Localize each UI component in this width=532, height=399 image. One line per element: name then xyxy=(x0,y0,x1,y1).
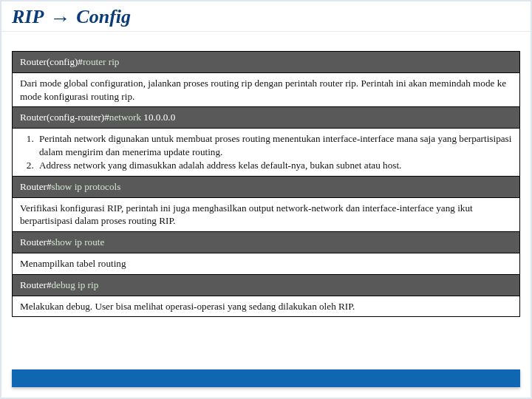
title-word-rip: RIP xyxy=(12,6,44,28)
desc-text: Dari mode global configuration, jalankan… xyxy=(13,72,520,107)
desc-text: Melakukan debug. User bisa melihat opera… xyxy=(13,296,520,317)
desc-row: Dari mode global configuration, jalankan… xyxy=(13,72,520,107)
prompt: Router(config-router)# xyxy=(20,112,109,123)
cmd-row-network: Router(config-router)#network 10.0.0.0 xyxy=(13,107,520,129)
command-arg: 10.0.0.0 xyxy=(141,112,175,123)
desc-row: Verifikasi konfigurasi RIP, perintah ini… xyxy=(13,197,520,232)
list-item: Address network yang dimasukkan adalah a… xyxy=(36,159,512,172)
desc-row-list: Perintah network digunakan untuk membuat… xyxy=(13,129,520,176)
prompt: Router# xyxy=(20,236,52,248)
arrow-right-icon: → xyxy=(50,8,70,29)
command-text: network xyxy=(109,112,141,123)
list-item: Perintah network digunakan untuk membuat… xyxy=(36,132,512,159)
prompt: Router# xyxy=(20,181,52,192)
footer-accent-bar xyxy=(12,369,520,387)
cmd-row-router-rip: Router(config)#router rip xyxy=(13,52,520,73)
desc-row: Melakukan debug. User bisa melihat opera… xyxy=(13,296,520,317)
cmd-row-debug: Router#debug ip rip xyxy=(13,274,520,296)
command-text: router rip xyxy=(83,56,119,67)
command-text: show ip protocols xyxy=(52,181,121,192)
command-text: show ip route xyxy=(52,236,105,248)
title-word-config: Config xyxy=(76,6,131,28)
ordered-list: Perintah network digunakan untuk membuat… xyxy=(20,132,512,171)
prompt: Router# xyxy=(20,279,52,290)
title-bar: RIP → Config xyxy=(1,1,531,32)
cmd-row-show-protocols: Router#show ip protocols xyxy=(13,176,520,197)
slide: RIP → Config Router(config)#router rip D… xyxy=(0,0,532,399)
cmd-row-show-route: Router#show ip route xyxy=(13,232,520,253)
command-text: debug ip rip xyxy=(52,279,99,290)
desc-text: Menampilkan tabel routing xyxy=(13,253,520,274)
config-table: Router(config)#router rip Dari mode glob… xyxy=(12,51,520,317)
prompt: Router(config)# xyxy=(20,56,83,67)
page-title: RIP → Config xyxy=(12,6,520,31)
desc-row: Menampilkan tabel routing xyxy=(13,253,520,274)
desc-text: Verifikasi konfigurasi RIP, perintah ini… xyxy=(13,197,520,232)
